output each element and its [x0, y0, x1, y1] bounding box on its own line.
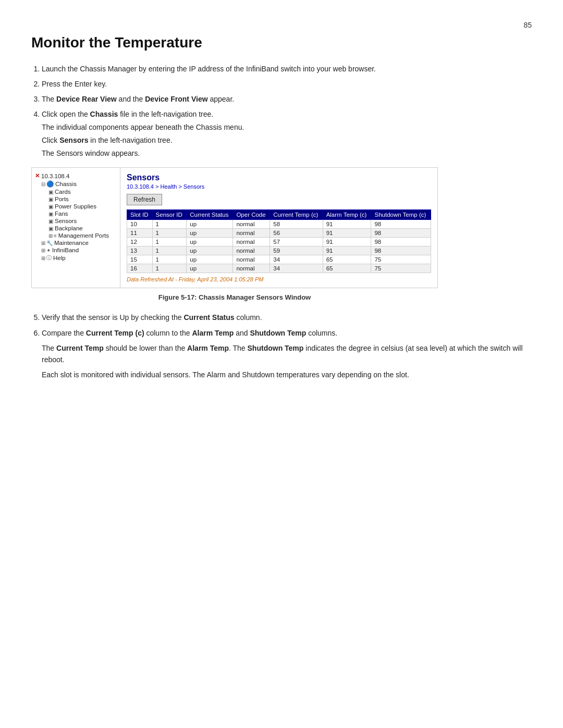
col-current-temp: Current Temp (c) — [270, 210, 323, 220]
nav-infiniband-label: InfiniBand — [52, 247, 79, 253]
current-status-bold: Current Status — [183, 313, 234, 322]
figure-caption-bold: Figure 5-17: Chassis Manager Sensors Win… — [158, 293, 311, 301]
col-shutdown-temp: Shutdown Temp (c) — [371, 210, 431, 220]
nav-power-label: Power Supplies — [55, 203, 96, 209]
nav-cards[interactable]: ▣ Cards — [34, 188, 118, 195]
nav-management-ports[interactable]: ⊞ ≡ Management Ports — [34, 232, 118, 239]
table-row: 111upnormal569198 — [127, 229, 431, 238]
page-title: Monitor the Temperature — [31, 34, 532, 51]
main-panel: Sensors 10.3.108.4 > Health > Sensors Re… — [120, 168, 437, 288]
x-icon: ✕ — [35, 172, 40, 179]
nav-panel: ✕ 10.3.108.4 ⊟ 🔵 Chassis ▣ Cards ▣ Ports… — [32, 168, 120, 288]
nav-fans[interactable]: ▣ Fans — [34, 210, 118, 217]
device-rear-view-bold: Device Rear View — [56, 95, 117, 103]
table-header: Slot ID Sensor ID Current Status Oper Co… — [127, 210, 431, 220]
lower-steps-list: Verify that the sensor is Up by checking… — [42, 312, 532, 380]
sensors-table: Slot ID Sensor ID Current Status Oper Co… — [127, 209, 431, 273]
fans-icon: ▣ — [48, 211, 53, 217]
col-current-status: Current Status — [187, 210, 233, 220]
maint-expand-icon: ⊞ — [41, 240, 45, 246]
table-body: 101upnormal589198111upnormal569198121upn… — [127, 220, 431, 273]
sensors-panel-title: Sensors — [127, 173, 431, 182]
main-steps-list: Launch the Chassis Manager by entering t… — [42, 64, 532, 159]
nav-power-supplies[interactable]: ▣ Power Supplies — [34, 203, 118, 210]
nav-ip[interactable]: ✕ 10.3.108.4 — [34, 172, 118, 180]
table-header-row: Slot ID Sensor ID Current Status Oper Co… — [127, 210, 431, 220]
chassis-icon: 🔵 — [46, 180, 54, 188]
step4-extra2: Click Sensors in the left-navigation tre… — [42, 135, 532, 146]
step-1: Launch the Chassis Manager by entering t… — [42, 64, 532, 75]
sensors-bold: Sensors — [59, 136, 88, 144]
mgmt-icon: ≡ — [54, 233, 57, 239]
mgmt-expand-icon: ⊞ — [48, 233, 53, 239]
table-row: 121upnormal579198 — [127, 238, 431, 246]
table-row: 101upnormal589198 — [127, 220, 431, 229]
nav-help[interactable]: ⊞ ⓘ Help — [34, 254, 118, 262]
nav-cards-label: Cards — [55, 189, 71, 195]
step-4: Click open the Chassis file in the left-… — [42, 109, 532, 159]
nav-infiniband[interactable]: ⊞ ✦ InfiniBand — [34, 246, 118, 254]
table-row: 131upnormal599198 — [127, 246, 431, 255]
step-5: Verify that the sensor is Up by checking… — [42, 312, 532, 323]
col-alarm-temp: Alarm Temp (c) — [323, 210, 371, 220]
backplane-icon: ▣ — [48, 226, 53, 231]
page-number: 85 — [31, 21, 532, 29]
refresh-button[interactable]: Refresh — [127, 194, 162, 205]
alarm-temp-b2: Alarm Temp — [187, 344, 229, 352]
ib-expand-icon: ⊞ — [41, 248, 45, 253]
current-temp-b1: Current Temp — [56, 344, 104, 352]
col-slot-id: Slot ID — [127, 210, 153, 220]
nav-ip-label: 10.3.108.4 — [41, 173, 69, 179]
nav-help-label: Help — [53, 255, 66, 261]
breadcrumb[interactable]: 10.3.108.4 > Health > Sensors — [127, 183, 431, 190]
nav-chassis[interactable]: ⊟ 🔵 Chassis — [34, 180, 118, 188]
help-expand-icon: ⊞ — [41, 255, 45, 261]
step-3: The Device Rear View and the Device Fron… — [42, 94, 532, 105]
data-refresh-note: Data Refreshed At - Friday, April 23, 20… — [127, 276, 431, 282]
expand-icon: ⊟ — [41, 181, 45, 187]
nav-ports-label: Ports — [55, 196, 69, 202]
screenshot-box: ✕ 10.3.108.4 ⊟ 🔵 Chassis ▣ Cards ▣ Ports… — [31, 167, 438, 288]
step4-extra1: The individual components appear beneath… — [42, 122, 532, 133]
device-front-view-bold: Device Front View — [145, 95, 207, 103]
chassis-bold: Chassis — [90, 110, 118, 118]
shutdown-temp-bold: Shutdown Temp — [250, 329, 306, 337]
alarm-temp-bold: Alarm Temp — [192, 329, 234, 337]
nav-sensors[interactable]: ▣ Sensors — [34, 217, 118, 225]
shutdown-temp-b3: Shutdown Temp — [248, 344, 304, 352]
nav-fans-label: Fans — [55, 211, 68, 217]
current-temp-bold: Current Temp (c) — [86, 329, 144, 337]
step-2: Press the Enter key. — [42, 79, 532, 90]
table-row: 151upnormal346575 — [127, 255, 431, 264]
step6-extra2: Each slot is monitored with individual s… — [42, 369, 532, 380]
nav-maintenance-label: Maintenance — [54, 240, 89, 246]
nav-sensors-label: Sensors — [55, 218, 77, 224]
ib-icon: ✦ — [46, 248, 51, 253]
help-icon: ⓘ — [46, 254, 52, 262]
col-sensor-id: Sensor ID — [152, 210, 187, 220]
col-oper-code: Oper Code — [233, 210, 270, 220]
nav-ports[interactable]: ▣ Ports — [34, 195, 118, 203]
step4-extra3: The Sensors window appears. — [42, 148, 532, 159]
maint-icon: 🔧 — [46, 240, 53, 246]
nav-backplane[interactable]: ▣ Backplane — [34, 225, 118, 232]
step6-extra1: The Current Temp should be lower than th… — [42, 342, 532, 366]
figure-caption: Figure 5-17: Chassis Manager Sensors Win… — [31, 293, 438, 301]
step-6: Compare the Current Temp (c) column to t… — [42, 327, 532, 380]
cards-icon: ▣ — [48, 189, 53, 195]
nav-mgmt-label: Management Ports — [58, 232, 109, 239]
nav-chassis-label: Chassis — [55, 181, 77, 187]
table-row: 161upnormal346575 — [127, 264, 431, 273]
power-icon: ▣ — [48, 204, 53, 209]
nav-maintenance[interactable]: ⊞ 🔧 Maintenance — [34, 239, 118, 246]
nav-backplane-label: Backplane — [55, 225, 83, 231]
sensors-icon: ▣ — [48, 218, 53, 224]
ports-icon: ▣ — [48, 196, 53, 202]
